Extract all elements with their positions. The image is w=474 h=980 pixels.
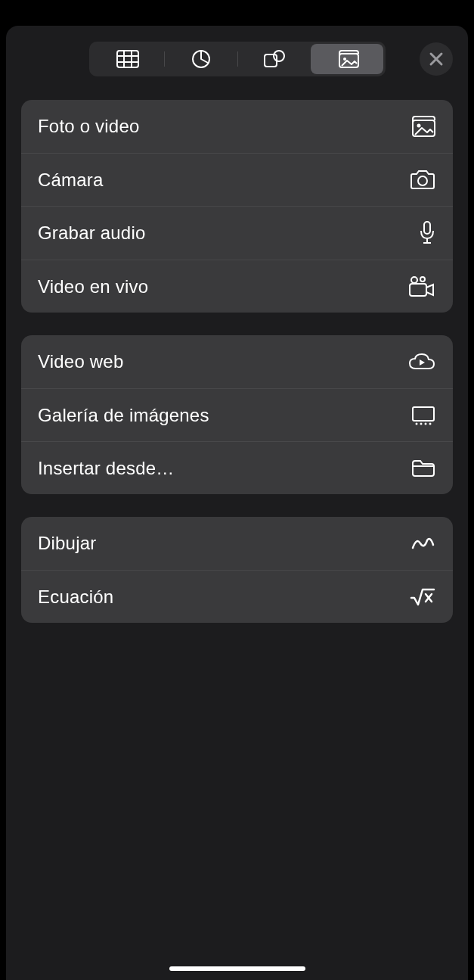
videocam-icon [407, 275, 436, 298]
svg-rect-15 [424, 222, 430, 234]
svg-point-19 [420, 277, 425, 282]
row-label: Grabar audio [38, 222, 146, 244]
home-indicator[interactable] [169, 966, 305, 971]
row-web-video[interactable]: Video web [21, 335, 453, 388]
svg-point-9 [343, 58, 346, 61]
row-draw[interactable]: Dibujar [21, 517, 453, 570]
row-label: Video web [38, 351, 123, 372]
svg-point-23 [420, 422, 423, 425]
row-label: Foto o video [38, 116, 139, 137]
svg-rect-0 [117, 51, 138, 67]
group-1: Foto o video Cámara [21, 100, 453, 313]
row-photo-video[interactable]: Foto o video [21, 100, 453, 153]
row-image-gallery[interactable]: Galería de imágenes [21, 388, 453, 441]
row-camera[interactable]: Cámara [21, 153, 453, 206]
tab-table[interactable] [91, 44, 164, 74]
svg-point-13 [417, 124, 421, 128]
svg-point-25 [429, 422, 432, 425]
sqrt-icon [409, 587, 436, 607]
svg-point-7 [274, 51, 284, 61]
camera-icon [409, 170, 436, 191]
cloud-play-icon [407, 352, 436, 372]
tab-chart[interactable] [165, 44, 237, 74]
svg-rect-21 [413, 407, 434, 421]
svg-point-14 [418, 176, 427, 185]
svg-rect-20 [410, 284, 426, 296]
row-label: Cámara [38, 170, 104, 191]
row-label: Insertar desde… [38, 458, 174, 479]
group-2: Video web Galería de imágenes [21, 335, 453, 494]
row-label: Ecuación [38, 586, 113, 608]
svg-point-18 [411, 277, 417, 283]
media-icon [334, 49, 360, 69]
insert-sheet: Foto o video Cámara [6, 26, 468, 980]
row-label: Galería de imágenes [38, 405, 209, 426]
header [6, 41, 468, 77]
row-label: Video en vivo [38, 276, 148, 297]
row-record-audio[interactable]: Grabar audio [21, 206, 453, 260]
svg-point-24 [425, 422, 427, 425]
row-live-video[interactable]: Video en vivo [21, 260, 453, 313]
group-3: Dibujar Ecuación [21, 517, 453, 623]
table-icon [116, 50, 139, 68]
tab-media[interactable] [311, 44, 383, 74]
svg-point-22 [416, 422, 418, 425]
photo-icon [407, 115, 436, 138]
close-icon [429, 51, 444, 67]
segmented-control [89, 42, 386, 76]
row-insert-from[interactable]: Insertar desde… [21, 441, 453, 494]
tab-shape[interactable] [238, 44, 311, 74]
row-label: Dibujar [38, 533, 96, 554]
shape-icon [263, 49, 286, 69]
chart-icon [191, 49, 211, 69]
content: Foto o video Cámara [6, 77, 468, 623]
scribble-icon [410, 534, 436, 552]
folder-icon [410, 459, 436, 478]
mic-icon [418, 220, 436, 246]
svg-rect-6 [265, 54, 277, 67]
row-equation[interactable]: Ecuación [21, 570, 453, 623]
gallery-icon [410, 405, 436, 426]
close-button[interactable] [420, 42, 453, 76]
